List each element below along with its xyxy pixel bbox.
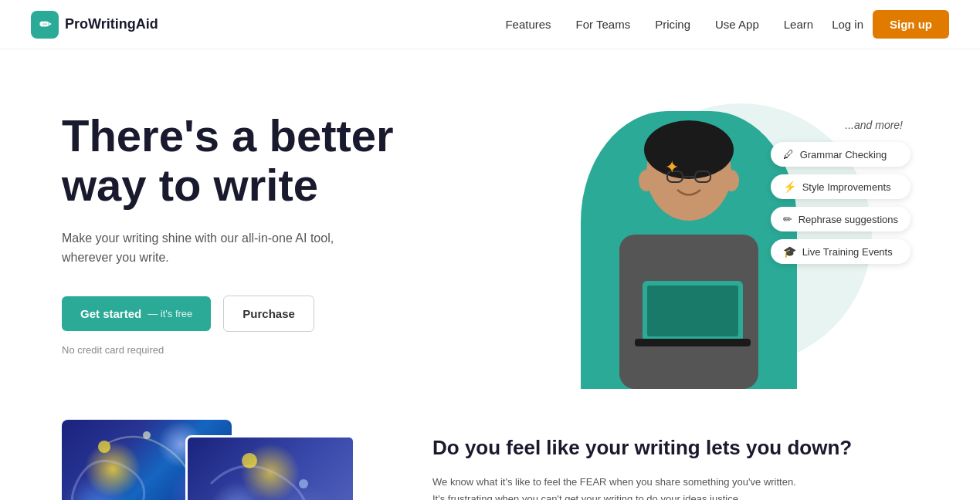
- nav-learn[interactable]: Learn: [784, 18, 813, 31]
- nav-features[interactable]: Features: [505, 18, 551, 31]
- chip-rephrase-label: Rephrase suggestions: [799, 214, 898, 225]
- more-label: ...and more!: [845, 119, 903, 131]
- nav-for-teams[interactable]: For Teams: [576, 18, 631, 31]
- lower-section: My idea in my head Do you feel like your…: [0, 420, 980, 500]
- lower-title: Do you feel like your writing lets you d…: [432, 435, 918, 461]
- logo-text: ProWritingAid: [65, 16, 158, 32]
- chip-style: ⚡ Style Improvements: [771, 174, 910, 199]
- chip-grammar: 🖊 Grammar Checking: [771, 142, 910, 167]
- chip-training-label: Live Training Events: [802, 246, 893, 258]
- hero-illustration: ...and more! ✦: [490, 96, 919, 389]
- lower-content: Do you feel like your writing lets you d…: [386, 420, 918, 500]
- nav-pricing[interactable]: Pricing: [655, 18, 690, 31]
- nav-links: Features For Teams Pricing Use App Learn: [505, 18, 813, 32]
- grammar-icon: 🖊: [783, 148, 794, 160]
- chip-training: 🎓 Live Training Events: [771, 239, 910, 264]
- navbar: ✏ ProWritingAid Features For Teams Prici…: [0, 0, 980, 49]
- signup-button[interactable]: Sign up: [873, 10, 949, 39]
- svg-point-15: [299, 479, 308, 488]
- feature-chips: 🖊 Grammar Checking ⚡ Style Improvements …: [771, 142, 910, 264]
- svg-point-12: [143, 431, 151, 439]
- login-button[interactable]: Log in: [832, 18, 863, 31]
- get-started-label: Get started: [80, 307, 141, 320]
- svg-rect-9: [635, 339, 751, 346]
- star-icon: ✦: [665, 157, 679, 177]
- art-card-starry-night-2: [185, 435, 355, 500]
- style-icon: ⚡: [783, 181, 796, 193]
- svg-point-6: [724, 170, 739, 191]
- hero-title: There's a better way to write: [62, 111, 490, 210]
- chip-rephrase: ✏ Rephrase suggestions: [771, 207, 910, 231]
- svg-point-11: [98, 441, 110, 453]
- art-cards: My idea in my head: [62, 420, 386, 500]
- person-illustration: [581, 111, 797, 389]
- training-icon: 🎓: [783, 245, 796, 258]
- art-section: My idea in my head: [62, 420, 386, 500]
- logo-icon: ✏: [31, 11, 59, 39]
- chip-grammar-label: Grammar Checking: [800, 149, 887, 160]
- svg-rect-10: [647, 285, 738, 336]
- no-credit-card-text: No credit card required: [62, 344, 490, 356]
- svg-point-14: [242, 453, 257, 468]
- nav-use-app[interactable]: Use App: [715, 18, 759, 31]
- hero-subtitle: Make your writing shine with our all-in-…: [62, 228, 371, 268]
- hero-section: There's a better way to write Make your …: [0, 49, 980, 420]
- svg-point-5: [639, 170, 654, 191]
- purchase-button[interactable]: Purchase: [223, 296, 314, 332]
- get-started-button[interactable]: Get started — it's free: [62, 296, 211, 331]
- logo-link[interactable]: ✏ ProWritingAid: [31, 11, 158, 39]
- rephrase-icon: ✏: [783, 213, 792, 225]
- chip-style-label: Style Improvements: [802, 181, 891, 193]
- svg-point-1: [644, 120, 734, 179]
- hero-content: There's a better way to write Make your …: [62, 96, 490, 356]
- lower-description: We know what it's like to feel the FEAR …: [432, 474, 803, 500]
- free-tag: — it's free: [148, 308, 192, 319]
- hero-buttons: Get started — it's free Purchase: [62, 296, 490, 332]
